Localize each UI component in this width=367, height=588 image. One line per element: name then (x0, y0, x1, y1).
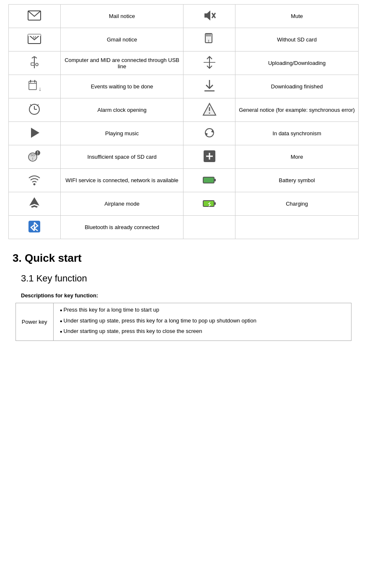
label-cell-right: More (235, 145, 359, 169)
icon-cell-right: ! (184, 28, 235, 52)
svg-marker-1 (204, 10, 210, 21)
icon-cell-right (184, 98, 235, 122)
label-cell-left: Airplane mode (60, 192, 184, 216)
table-row: Alarm clock opening General notice (for … (9, 98, 359, 122)
svg-marker-36 (31, 128, 39, 138)
label-cell-right: In data synchronism (235, 122, 359, 145)
svg-rect-16 (31, 63, 34, 65)
svg-point-45 (34, 183, 36, 186)
table-row: ↓ Events waiting to be done Downloading … (9, 75, 359, 98)
icon-cell-left: ↓ (9, 75, 61, 98)
svg-point-17 (36, 63, 38, 66)
label-cell-left: WIFI service is connected, network is av… (60, 169, 184, 192)
svg-text:↓: ↓ (39, 85, 41, 92)
desc-label: Descriptions for key function: (21, 292, 359, 299)
icon-cell-left (9, 169, 61, 192)
label-cell-right: Mute (235, 5, 359, 28)
table-row: SD ! ! Insufficient space of SD card Mor… (9, 145, 359, 169)
key-table-row: Power keyPress this key for a long time … (16, 303, 351, 341)
table-row: M Gmail notice ! Without SD card (9, 28, 359, 52)
icon-cell-left (9, 98, 61, 122)
svg-point-35 (209, 113, 210, 114)
label-cell-right: Downloading finished (235, 75, 359, 98)
label-cell-left: Insufficient space of SD card (60, 145, 184, 169)
table-row: Playing music In data synchronism (9, 122, 359, 145)
label-cell-left: Bluetooth is already connected (60, 216, 184, 239)
label-cell-right: Battery symbol (235, 169, 359, 192)
icon-cell-right (184, 192, 235, 216)
icon-cell-left (9, 122, 61, 145)
svg-rect-49 (214, 202, 216, 205)
svg-rect-46 (203, 177, 214, 183)
list-item: Under starting up state, press this key … (60, 327, 347, 335)
svg-rect-47 (214, 179, 216, 181)
label-cell-left: Gmail notice (60, 28, 184, 52)
key-name-cell: Power key (16, 303, 53, 341)
key-bullets-cell: Press this key for a long time to start … (53, 303, 351, 341)
table-row: Airplane mode Charging (9, 192, 359, 216)
icon-cell-right (184, 169, 235, 192)
icon-cell-left: M (9, 28, 61, 52)
icon-cell-left (9, 216, 61, 239)
section-3-heading: 3. Quick start (13, 252, 359, 265)
label-cell-left: Playing music (60, 122, 184, 145)
table-row: WIFI service is connected, network is av… (9, 169, 359, 192)
label-cell-right: Uploading/Downloading (235, 52, 359, 75)
label-cell-right: Charging (235, 192, 359, 216)
table-row: Bluetooth is already connected (9, 216, 359, 239)
icon-cell-right (184, 52, 235, 75)
icon-cell-right (184, 122, 235, 145)
icon-cell-right (184, 5, 235, 28)
key-function-table: Power keyPress this key for a long time … (16, 303, 352, 341)
list-item: Under starting up state, press this key … (60, 317, 347, 325)
svg-text:!: ! (32, 157, 34, 161)
icon-cell-right (184, 145, 235, 169)
label-cell-left: Mail notice (60, 5, 184, 28)
icon-cell-right (184, 75, 235, 98)
label-cell-right (235, 216, 359, 239)
svg-text:!: ! (37, 151, 39, 155)
label-cell-left: Events waiting to be done (60, 75, 184, 98)
svg-text:M: M (33, 35, 36, 39)
icon-cell-left (9, 5, 61, 28)
icon-cell-left (9, 192, 61, 216)
icon-cell-right (184, 216, 235, 239)
label-cell-right: General notice (for example: synchronous… (235, 98, 359, 122)
table-row: Computer and MID are connected through U… (9, 52, 359, 75)
list-item: Press this key for a long time to start … (60, 306, 347, 314)
icon-reference-table: Mail notice Mute M Gmail notice ! Withou… (8, 4, 359, 239)
icon-cell-left: SD ! ! (9, 145, 61, 169)
label-cell-right: Without SD card (235, 28, 359, 52)
svg-text:!: ! (208, 39, 209, 43)
svg-rect-21 (29, 81, 36, 90)
icon-cell-left (9, 52, 61, 75)
subsection-31-heading: 3.1 Key function (21, 273, 359, 284)
table-row: Mail notice Mute (9, 5, 359, 28)
label-cell-left: Computer and MID are connected through U… (60, 52, 184, 75)
label-cell-left: Alarm clock opening (60, 98, 184, 122)
